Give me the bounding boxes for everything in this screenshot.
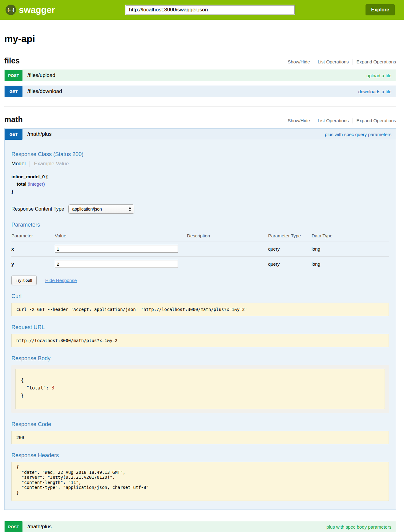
param-type: query: [268, 241, 312, 256]
page-title: my-api: [4, 34, 396, 45]
response-content-type-select[interactable]: application/json: [68, 204, 134, 214]
brand-title: swagger: [19, 5, 55, 15]
model-declaration: inline_model_0 {: [11, 173, 389, 180]
op-content: Response Class (Status 200) Model Exampl…: [4, 140, 396, 510]
files-show-hide-link[interactable]: Show/Hide: [288, 59, 310, 64]
param-data-type: long: [312, 241, 389, 256]
op-row-files-download[interactable]: GET /files/download downloads a file: [4, 86, 396, 97]
get-method-badge: GET: [5, 129, 22, 140]
get-method-badge: GET: [5, 86, 22, 97]
swagger-braces-icon: {⋯}: [6, 5, 16, 15]
spec-url-input[interactable]: [125, 5, 295, 15]
col-header-parameter-type: Parameter Type: [268, 231, 312, 241]
curl-heading: Curl: [11, 293, 389, 300]
op-summary: downloads a file: [358, 89, 391, 94]
param-x-input[interactable]: [55, 245, 178, 253]
model-closing-brace: }: [11, 188, 389, 195]
op-path: /math/plus: [27, 524, 51, 530]
response-content-type-label: Response Content Type: [11, 206, 64, 212]
parameters-table: Parameter Value Description Parameter Ty…: [11, 231, 389, 271]
select-stepper-arrows-icon: [129, 207, 131, 212]
response-class-heading: Response Class (Status 200): [11, 151, 389, 158]
param-name: y: [11, 256, 55, 272]
response-body-box: {"total":3}: [15, 369, 385, 409]
json-key: "total":: [26, 385, 49, 391]
param-data-type: long: [312, 256, 389, 272]
param-description: [187, 256, 268, 272]
col-header-data-type: Data Type: [312, 231, 389, 241]
response-body-container: {"total":3}: [11, 365, 389, 413]
swagger-logo[interactable]: {⋯} swagger: [6, 5, 55, 15]
explore-button[interactable]: Explore: [366, 4, 395, 15]
param-type: query: [268, 256, 312, 272]
param-row-x: x query long: [11, 241, 389, 256]
resource-files: files Show/Hide List Operations Expand O…: [4, 56, 396, 97]
op-summary: upload a file: [366, 73, 391, 78]
op-summary: plus with spec body parameters: [326, 524, 391, 530]
col-header-description: Description: [187, 231, 268, 241]
param-row-y: y query long: [11, 256, 389, 272]
op-summary: plus with spec query parameters: [325, 132, 391, 137]
top-bar: {⋯} swagger Explore: [0, 0, 404, 20]
col-header-parameter: Parameter: [11, 231, 55, 241]
hide-response-link[interactable]: Hide Response: [45, 278, 77, 283]
op-row-math-plus-post[interactable]: POST /math/plus plus with spec body para…: [4, 521, 396, 532]
curl-command-box: curl -X GET --header 'Accept: applicatio…: [11, 303, 389, 316]
json-close-brace: }: [21, 392, 379, 400]
param-name: x: [11, 241, 55, 256]
model-signature: inline_model_0 { total (integer) }: [11, 173, 389, 195]
param-y-input[interactable]: [55, 260, 178, 268]
request-url-box: http://localhost:3000/math/plus?x=1&y=2: [11, 334, 389, 347]
math-show-hide-link[interactable]: Show/Hide: [288, 118, 310, 123]
post-method-badge: POST: [5, 70, 22, 81]
op-path: /files/download: [27, 88, 62, 95]
response-code-heading: Response Code: [11, 421, 389, 428]
op-path: /files/upload: [27, 72, 55, 79]
response-headers-json: { "date": "Wed, 22 Aug 2018 18:49:13 GMT…: [16, 465, 384, 495]
request-url-heading: Request URL: [11, 324, 389, 331]
response-body-heading: Response Body: [11, 355, 389, 362]
tab-example-value[interactable]: Example Value: [30, 161, 69, 167]
json-open-brace: {: [21, 377, 379, 384]
parameters-heading: Parameters: [11, 222, 389, 228]
op-row-math-plus-get[interactable]: GET /math/plus plus with spec query para…: [4, 128, 396, 140]
response-code-box: 200: [11, 431, 389, 444]
col-header-value: Value: [55, 231, 187, 241]
tab-model[interactable]: Model: [11, 161, 26, 167]
files-expand-operations-link[interactable]: Expand Operations: [357, 59, 396, 64]
model-tabs: Model Example Value: [11, 161, 389, 167]
param-description: [187, 241, 268, 256]
op-path: /math/plus: [27, 131, 51, 137]
op-block-math-plus-get: GET /math/plus plus with spec query para…: [4, 128, 396, 510]
json-number-value: 3: [51, 385, 54, 391]
try-it-out-button[interactable]: Try it out!: [11, 276, 37, 285]
model-property-name: total: [17, 181, 26, 187]
files-list-operations-link[interactable]: List Operations: [318, 59, 349, 64]
math-expand-operations-link[interactable]: Expand Operations: [357, 118, 396, 123]
resource-math: math Show/Hide List Operations Expand Op…: [4, 115, 396, 532]
response-headers-box: { "date": "Wed, 22 Aug 2018 18:49:13 GMT…: [11, 462, 389, 501]
model-property-type: (integer): [28, 181, 45, 187]
op-row-files-upload[interactable]: POST /files/upload upload a file: [4, 70, 396, 81]
post-method-badge: POST: [5, 521, 22, 532]
resource-title-files[interactable]: files: [4, 56, 20, 65]
math-list-operations-link[interactable]: List Operations: [318, 118, 349, 123]
response-headers-heading: Response Headers: [11, 452, 389, 459]
response-content-type-value: application/json: [72, 207, 102, 212]
resource-title-math[interactable]: math: [4, 115, 23, 124]
resource-divider: [4, 107, 396, 107]
